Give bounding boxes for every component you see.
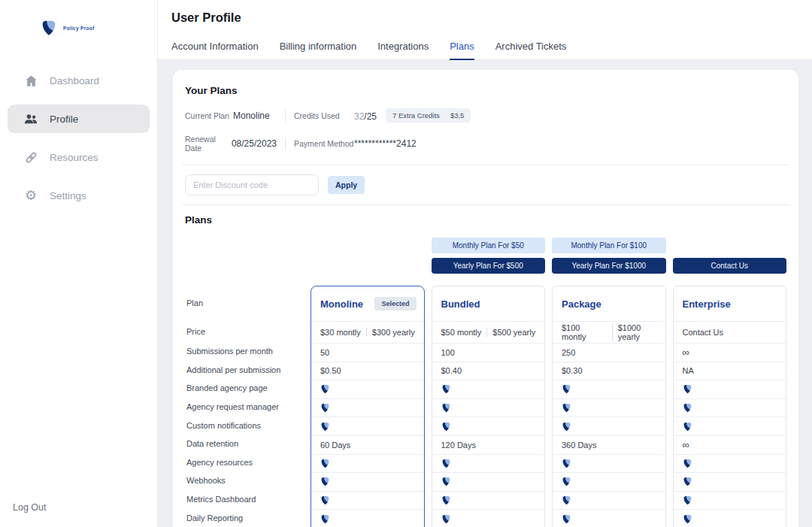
included-shield-icon (320, 514, 330, 524)
plan-cell: 360 Days (553, 435, 665, 454)
credits-used-value: 32/25 (354, 109, 377, 123)
included-shield-icon (320, 459, 330, 468)
plan-cell-value: ∞ (683, 439, 689, 450)
current-plan-row: Current Plan Monoline Credits Used 32/25… (185, 108, 786, 123)
feature-label: Price (185, 320, 304, 342)
current-plan-value: Monoline (233, 111, 270, 121)
included-shield-icon (441, 514, 451, 524)
plan-cell: Contact Us (674, 321, 786, 343)
plan-cell-value: 250 (562, 348, 575, 357)
selected-badge: Selected (374, 297, 416, 310)
plan-card-enterprise[interactable]: EnterpriseContact Us∞NA∞ (673, 286, 787, 527)
feature-label: Daily Reporting (185, 508, 304, 527)
monthly-plan-button-bundled[interactable]: Monthly Plan For $50 (432, 238, 546, 253)
plan-cell (311, 398, 424, 417)
plans-card: Your Plans Current Plan Monoline Credits… (173, 70, 798, 527)
policyproof-shield-icon (41, 20, 57, 36)
included-shield-icon (683, 477, 692, 486)
plan-name: Monoline (320, 298, 363, 310)
plan-cell (432, 398, 545, 417)
plan-card-bundled[interactable]: Bundled$50 montly$500 yearly100$0.40120 … (432, 286, 546, 527)
plan-cell (553, 472, 665, 491)
yearly-plan-button-bundled[interactable]: Yearly Plan For $500 (432, 258, 546, 274)
payment-method-label: Payment Method (294, 139, 354, 148)
feature-label: Data retention (185, 435, 304, 453)
plan-cell (553, 416, 665, 435)
plan-cell-value: $0.50 (320, 366, 341, 375)
brand-name: Policy Proof (63, 26, 95, 31)
included-shield-icon (441, 384, 451, 394)
extra-credits-badge: 7 Extra Credits $3,5 (386, 108, 471, 123)
sidebar-item-label: Settings (50, 190, 86, 201)
plan-card-header: Enterprise (674, 286, 786, 321)
included-shield-icon (562, 384, 571, 394)
tab-account-information[interactable]: Account Information (171, 34, 259, 59)
plan-cell-value: 50 (320, 348, 329, 357)
included-shield-icon (320, 495, 330, 505)
included-shield-icon (562, 459, 571, 468)
plan-cell-value: Contact Us (683, 328, 723, 337)
sidebar-item-dashboard[interactable]: Dashboard (8, 66, 150, 95)
section-divider (182, 204, 789, 205)
discount-code-input[interactable] (185, 174, 319, 195)
plan-cell (553, 380, 665, 398)
sidebar-item-profile[interactable]: Profile (8, 104, 150, 133)
price-yearly: $500 yearly (486, 328, 535, 337)
monthly-plan-button-package[interactable]: Monthly Plan For $100 (552, 238, 666, 253)
sidebar-item-resources[interactable]: Resources (8, 143, 150, 171)
tab-plans[interactable]: Plans (450, 34, 474, 59)
included-shield-icon (683, 495, 692, 505)
yearly-plan-button-enterprise[interactable]: Contact Us (673, 258, 787, 274)
yearly-plan-button-package[interactable]: Yearly Plan For $1000 (552, 258, 666, 274)
plan-cell (311, 472, 424, 491)
plans-section: Plans Monthly Plan For $50Monthly Plan F… (185, 214, 786, 527)
renewal-date-label: Renewal Date (185, 135, 232, 153)
plan-card-header: MonolineSelected (311, 286, 424, 321)
gear-icon: ⚙︎ (23, 188, 38, 203)
button-slot: Contact Us (673, 258, 787, 274)
logout-button[interactable]: Log Out (13, 502, 46, 513)
included-shield-icon (562, 403, 571, 413)
plan-cell (311, 454, 424, 473)
plan-cell (432, 491, 545, 510)
plan-card-header: Package (553, 286, 665, 321)
plan-cell: ∞ (674, 343, 786, 362)
sidebar-item-label: Profile (50, 114, 78, 125)
plan-cell: 100 (432, 343, 545, 362)
plan-cell (553, 454, 665, 473)
apply-discount-button[interactable]: Apply (328, 176, 365, 194)
plan-cell-value: 360 Days (562, 441, 596, 450)
plan-card-package[interactable]: Package$100 montly$1000 yearly250$0.3036… (552, 286, 666, 527)
tab-bar: Account Information Billing information … (158, 34, 812, 60)
users-icon (23, 111, 38, 126)
plan-cell: 250 (553, 343, 665, 362)
price-monthly: $50 montly (441, 328, 482, 337)
included-shield-icon (683, 384, 692, 394)
divider (285, 109, 286, 122)
plan-cell (311, 491, 424, 510)
button-slot: Monthly Plan For $50 (432, 238, 546, 253)
plan-cell (674, 454, 786, 473)
extra-credits-price: $3,5 (450, 111, 465, 120)
plan-cell (553, 491, 665, 510)
included-shield-icon (683, 403, 692, 413)
plan-cell (553, 398, 665, 417)
tab-integrations[interactable]: Integrations (377, 34, 429, 59)
plan-cell (432, 454, 545, 473)
plan-cell-value: $0.30 (562, 366, 583, 375)
plans-comparison-table: PlanPriceSubmissions per monthAdditional… (185, 286, 786, 527)
your-plans-heading: Your Plans (185, 85, 786, 96)
sidebar-item-settings[interactable]: ⚙︎ Settings (8, 181, 150, 210)
sidebar: Policy Proof Dashboard Profile (0, 0, 158, 527)
plan-card-monoline[interactable]: MonolineSelected$30 montly$300 yearly50$… (311, 286, 425, 527)
app-window: Policy Proof Dashboard Profile (0, 0, 812, 527)
price-monthly: $30 montly (320, 328, 361, 337)
renewal-row: Renewal Date 08/25/2023 Payment Method *… (185, 135, 786, 153)
plan-cell-value: 60 Days (320, 441, 350, 450)
included-shield-icon (320, 384, 330, 394)
plan-cell: $30 montly$300 yearly (311, 321, 424, 343)
tab-billing-information[interactable]: Billing information (280, 34, 357, 59)
feature-label: Metrics Dashboard (185, 490, 304, 509)
included-shield-icon (441, 422, 451, 432)
tab-archived-tickets[interactable]: Archived Tickets (495, 34, 567, 59)
